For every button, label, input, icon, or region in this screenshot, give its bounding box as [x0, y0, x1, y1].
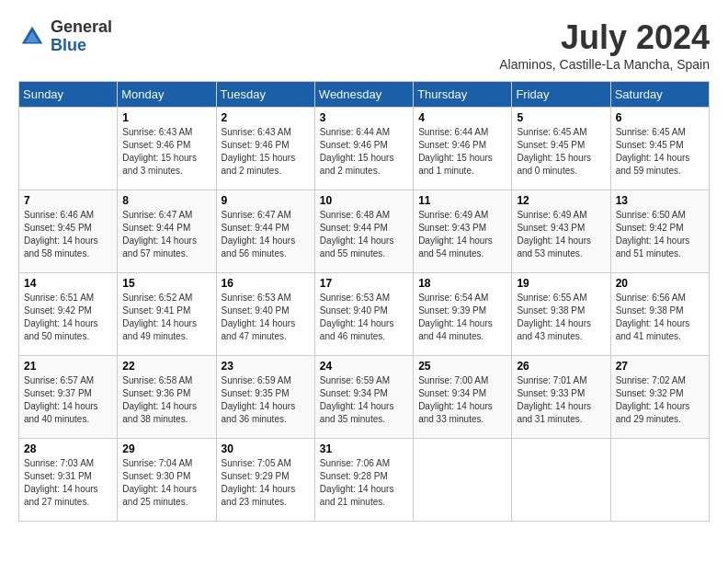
- daylight-text: Daylight: 14 hours and 38 minutes.: [122, 400, 210, 426]
- sunrise-text: Sunrise: 6:43 AM: [122, 126, 210, 139]
- daylight-text: Daylight: 14 hours and 44 minutes.: [418, 317, 506, 343]
- calendar-cell: 4Sunrise: 6:44 AMSunset: 9:46 PMDaylight…: [414, 108, 512, 190]
- sunset-text: Sunset: 9:41 PM: [122, 304, 210, 317]
- day-info: Sunrise: 6:44 AMSunset: 9:46 PMDaylight:…: [320, 126, 408, 178]
- sunrise-text: Sunrise: 6:52 AM: [122, 292, 210, 304]
- day-info: Sunrise: 6:55 AMSunset: 9:38 PMDaylight:…: [517, 292, 605, 343]
- day-info: Sunrise: 7:05 AMSunset: 9:29 PMDaylight:…: [222, 457, 310, 509]
- sunset-text: Sunset: 9:37 PM: [24, 387, 112, 400]
- sunset-text: Sunset: 9:45 PM: [24, 222, 112, 235]
- day-number: 10: [320, 194, 408, 207]
- sunrise-text: Sunrise: 7:06 AM: [320, 457, 408, 470]
- daylight-text: Daylight: 14 hours and 47 minutes.: [222, 317, 310, 343]
- calendar-cell: 24Sunrise: 6:59 AMSunset: 9:34 PMDayligh…: [314, 356, 413, 439]
- calendar-week-row: 7Sunrise: 6:46 AMSunset: 9:45 PMDaylight…: [19, 190, 710, 273]
- sunset-text: Sunset: 9:46 PM: [222, 139, 310, 152]
- day-number: 1: [122, 111, 210, 124]
- day-number: 21: [24, 360, 112, 373]
- sunset-text: Sunset: 9:44 PM: [122, 222, 210, 235]
- calendar-cell: 7Sunrise: 6:46 AMSunset: 9:45 PMDaylight…: [19, 190, 118, 273]
- day-number: 7: [24, 194, 112, 207]
- calendar-cell: 9Sunrise: 6:47 AMSunset: 9:44 PMDaylight…: [216, 190, 314, 273]
- daylight-text: Daylight: 14 hours and 54 minutes.: [418, 235, 506, 260]
- calendar-cell: 28Sunrise: 7:03 AMSunset: 9:31 PMDayligh…: [19, 439, 118, 522]
- day-info: Sunrise: 6:56 AMSunset: 9:38 PMDaylight:…: [616, 292, 704, 343]
- sunset-text: Sunset: 9:44 PM: [320, 222, 408, 235]
- sunrise-text: Sunrise: 7:02 AM: [616, 374, 704, 387]
- day-info: Sunrise: 7:02 AMSunset: 9:32 PMDaylight:…: [616, 374, 704, 426]
- sunrise-text: Sunrise: 6:59 AM: [222, 374, 310, 387]
- daylight-text: Daylight: 15 hours and 1 minute.: [418, 152, 506, 178]
- calendar-cell: 12Sunrise: 6:49 AMSunset: 9:43 PMDayligh…: [512, 190, 610, 273]
- sunrise-text: Sunrise: 6:45 AM: [517, 126, 605, 139]
- header-wednesday: Wednesday: [314, 82, 413, 108]
- daylight-text: Daylight: 14 hours and 25 minutes.: [122, 483, 210, 509]
- daylight-text: Daylight: 14 hours and 49 minutes.: [122, 317, 210, 343]
- sunset-text: Sunset: 9:46 PM: [122, 139, 210, 152]
- sunset-text: Sunset: 9:33 PM: [517, 387, 605, 400]
- header-monday: Monday: [118, 82, 216, 108]
- calendar-cell: 19Sunrise: 6:55 AMSunset: 9:38 PMDayligh…: [512, 273, 610, 356]
- month-year: July 2024: [499, 18, 710, 57]
- calendar-cell: [414, 439, 512, 522]
- day-info: Sunrise: 6:54 AMSunset: 9:39 PMDaylight:…: [418, 292, 506, 343]
- calendar-cell: 31Sunrise: 7:06 AMSunset: 9:28 PMDayligh…: [314, 439, 413, 522]
- daylight-text: Daylight: 14 hours and 58 minutes.: [24, 235, 112, 260]
- sunset-text: Sunset: 9:35 PM: [222, 387, 310, 400]
- sunset-text: Sunset: 9:45 PM: [517, 139, 605, 152]
- day-info: Sunrise: 6:48 AMSunset: 9:44 PMDaylight:…: [320, 209, 408, 260]
- day-number: 24: [320, 360, 408, 373]
- sunrise-text: Sunrise: 6:46 AM: [24, 209, 112, 222]
- day-number: 3: [320, 111, 408, 124]
- sunset-text: Sunset: 9:42 PM: [616, 222, 704, 235]
- daylight-text: Daylight: 14 hours and 29 minutes.: [616, 400, 704, 426]
- sunset-text: Sunset: 9:43 PM: [418, 222, 506, 235]
- day-number: 18: [418, 277, 506, 290]
- logo-general: General: [51, 18, 112, 37]
- sunset-text: Sunset: 9:46 PM: [320, 139, 408, 152]
- calendar-cell: 8Sunrise: 6:47 AMSunset: 9:44 PMDaylight…: [118, 190, 216, 273]
- day-number: 9: [222, 194, 310, 207]
- daylight-text: Daylight: 14 hours and 46 minutes.: [320, 317, 408, 343]
- calendar-cell: 3Sunrise: 6:44 AMSunset: 9:46 PMDaylight…: [314, 108, 413, 190]
- calendar-cell: 11Sunrise: 6:49 AMSunset: 9:43 PMDayligh…: [414, 190, 512, 273]
- sunrise-text: Sunrise: 6:54 AM: [418, 292, 506, 304]
- calendar-week-row: 14Sunrise: 6:51 AMSunset: 9:42 PMDayligh…: [19, 273, 710, 356]
- daylight-text: Daylight: 14 hours and 33 minutes.: [418, 400, 506, 426]
- sunrise-text: Sunrise: 6:57 AM: [24, 374, 112, 387]
- day-number: 19: [517, 277, 605, 290]
- calendar-cell: 13Sunrise: 6:50 AMSunset: 9:42 PMDayligh…: [610, 190, 709, 273]
- day-number: 6: [616, 111, 704, 124]
- calendar-cell: 18Sunrise: 6:54 AMSunset: 9:39 PMDayligh…: [414, 273, 512, 356]
- daylight-text: Daylight: 14 hours and 51 minutes.: [616, 235, 704, 260]
- daylight-text: Daylight: 14 hours and 59 minutes.: [616, 152, 704, 178]
- day-number: 17: [320, 277, 408, 290]
- day-info: Sunrise: 6:53 AMSunset: 9:40 PMDaylight:…: [320, 292, 408, 343]
- calendar-cell: 14Sunrise: 6:51 AMSunset: 9:42 PMDayligh…: [19, 273, 118, 356]
- day-info: Sunrise: 7:03 AMSunset: 9:31 PMDaylight:…: [24, 457, 112, 509]
- day-info: Sunrise: 6:51 AMSunset: 9:42 PMDaylight:…: [24, 292, 112, 343]
- calendar-cell: [19, 108, 118, 190]
- sunset-text: Sunset: 9:30 PM: [122, 470, 210, 483]
- day-info: Sunrise: 6:53 AMSunset: 9:40 PMDaylight:…: [222, 292, 310, 343]
- day-info: Sunrise: 6:50 AMSunset: 9:42 PMDaylight:…: [616, 209, 704, 260]
- calendar-cell: 27Sunrise: 7:02 AMSunset: 9:32 PMDayligh…: [610, 356, 709, 439]
- calendar-cell: 6Sunrise: 6:45 AMSunset: 9:45 PMDaylight…: [610, 108, 709, 190]
- sunrise-text: Sunrise: 6:50 AM: [616, 209, 704, 222]
- day-number: 2: [222, 111, 310, 124]
- daylight-text: Daylight: 14 hours and 55 minutes.: [320, 235, 408, 260]
- sunset-text: Sunset: 9:34 PM: [418, 387, 506, 400]
- sunrise-text: Sunrise: 6:44 AM: [320, 126, 408, 139]
- calendar-week-row: 1Sunrise: 6:43 AMSunset: 9:46 PMDaylight…: [19, 108, 710, 190]
- daylight-text: Daylight: 14 hours and 40 minutes.: [24, 400, 112, 426]
- day-number: 4: [418, 111, 506, 124]
- day-number: 27: [616, 360, 704, 373]
- day-info: Sunrise: 6:45 AMSunset: 9:45 PMDaylight:…: [517, 126, 605, 178]
- sunset-text: Sunset: 9:38 PM: [517, 304, 605, 317]
- sunrise-text: Sunrise: 6:47 AM: [122, 209, 210, 222]
- sunset-text: Sunset: 9:44 PM: [222, 222, 310, 235]
- calendar-cell: 10Sunrise: 6:48 AMSunset: 9:44 PMDayligh…: [314, 190, 413, 273]
- daylight-text: Daylight: 15 hours and 2 minutes.: [222, 152, 310, 178]
- sunrise-text: Sunrise: 7:03 AM: [24, 457, 112, 470]
- day-info: Sunrise: 6:57 AMSunset: 9:37 PMDaylight:…: [24, 374, 112, 426]
